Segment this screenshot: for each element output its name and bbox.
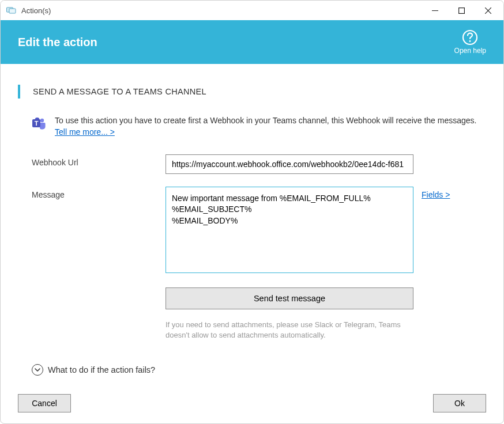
info-text: To use this action you have to create fi… <box>55 115 486 138</box>
app-icon <box>6 5 17 16</box>
window-title: Action(s) <box>21 6 51 15</box>
section-title: SEND A MESSAGE TO A TEAMS CHANNEL <box>18 85 486 99</box>
titlebar: Action(s) <box>1 1 503 20</box>
ok-button[interactable]: Ok <box>433 394 486 412</box>
hint-row: If you need to send attachments, please … <box>18 320 486 342</box>
send-test-message-button[interactable]: Send test message <box>166 287 413 309</box>
close-button[interactable] <box>475 1 501 20</box>
test-button-row: Send test message <box>18 287 486 309</box>
fields-link[interactable]: Fields > <box>422 190 450 199</box>
svg-text:T: T <box>35 120 39 127</box>
attachment-hint: If you need to send attachments, please … <box>166 320 413 342</box>
maximize-button[interactable] <box>448 1 475 20</box>
banner: Edit the action Open help <box>1 20 503 64</box>
window: Action(s) Edit the action Open help SEND… <box>0 0 504 424</box>
webhook-url-input[interactable] <box>166 154 413 174</box>
svg-rect-3 <box>458 7 464 13</box>
open-help-label: Open help <box>454 47 486 55</box>
svg-rect-1 <box>9 9 16 13</box>
webhook-label: Webhook Url <box>32 154 166 167</box>
minimize-button[interactable] <box>422 1 448 20</box>
teams-icon: T <box>32 116 47 131</box>
content: SEND A MESSAGE TO A TEAMS CHANNEL T To u… <box>1 64 503 383</box>
svg-point-7 <box>469 40 471 42</box>
svg-point-8 <box>40 119 44 122</box>
message-row: Message Fields > <box>18 187 486 275</box>
message-textarea[interactable] <box>166 187 413 273</box>
webhook-row: Webhook Url <box>18 154 486 174</box>
chevron-down-icon <box>32 364 43 376</box>
fail-action-expander[interactable]: What to do if the action fails? <box>18 364 486 376</box>
message-label: Message <box>32 187 166 199</box>
info-text-prefix: To use this action you have to create fi… <box>55 116 477 125</box>
tell-me-more-link[interactable]: Tell me more... > <box>55 127 115 137</box>
fail-action-label: What to do if the action fails? <box>48 365 155 374</box>
banner-title: Edit the action <box>18 36 454 49</box>
cancel-button[interactable]: Cancel <box>18 394 71 412</box>
footer: Cancel Ok <box>1 383 503 423</box>
open-help-button[interactable]: Open help <box>454 29 486 55</box>
info-row: T To use this action you have to create … <box>18 115 486 138</box>
